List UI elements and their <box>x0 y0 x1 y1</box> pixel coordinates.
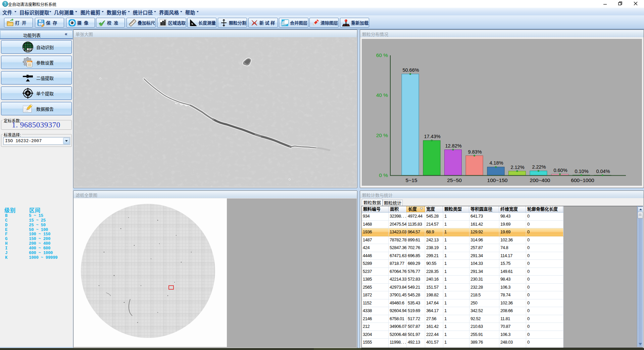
svg-text:0 %: 0 % <box>379 172 388 178</box>
svg-text:20 %: 20 % <box>376 132 388 138</box>
svg-text:0.04%: 0.04% <box>596 169 610 174</box>
svg-text:100~150: 100~150 <box>487 177 508 183</box>
svg-text:4.18%: 4.18% <box>489 160 503 166</box>
svg-text:5~15: 5~15 <box>406 177 417 183</box>
svg-text:50.66%: 50.66% <box>402 67 419 73</box>
svg-text:9.83%: 9.83% <box>468 149 482 155</box>
svg-text:2.22%: 2.22% <box>532 164 546 170</box>
svg-text:2.12%: 2.12% <box>510 165 524 170</box>
svg-text:0.10%: 0.10% <box>575 169 588 174</box>
svg-text:60 %: 60 % <box>376 52 388 58</box>
svg-text:600~1000: 600~1000 <box>571 177 594 183</box>
svg-text:0.60%: 0.60% <box>553 168 567 173</box>
svg-text:40 %: 40 % <box>376 92 388 98</box>
svg-text:25~50: 25~50 <box>447 177 462 183</box>
svg-text:200~400: 200~400 <box>530 177 550 183</box>
svg-text:12.82%: 12.82% <box>445 143 461 149</box>
svg-text:17.43%: 17.43% <box>424 134 440 139</box>
